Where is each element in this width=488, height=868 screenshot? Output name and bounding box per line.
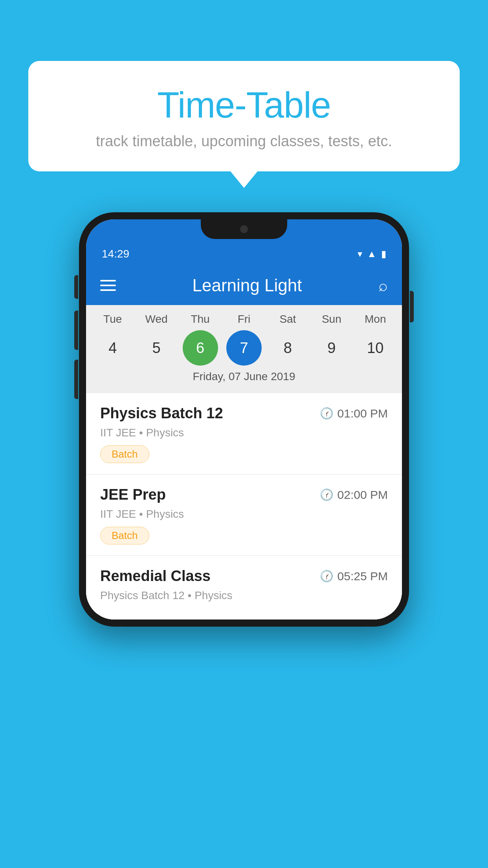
mute-button	[74, 275, 78, 299]
day-header-sun: Sun	[314, 313, 349, 326]
schedule-time-1: 🕜 01:00 PM	[320, 407, 388, 420]
selected-date-label: Friday, 07 June 2019	[86, 366, 402, 389]
day-header-wed: Wed	[139, 313, 174, 326]
calendar-strip: Tue Wed Thu Fri Sat Sun Mon 4 5 6 7 8 9 …	[86, 305, 402, 393]
day-header-fri: Fri	[226, 313, 262, 326]
schedule-time-value-2: 02:00 PM	[338, 488, 388, 502]
volume-up-button	[74, 311, 78, 350]
phone-notch	[201, 219, 287, 239]
app-bar: Learning Light ⌕	[86, 266, 402, 305]
schedule-subtitle-1: IIT JEE • Physics	[100, 427, 388, 439]
schedule-item-2[interactable]: JEE Prep 🕜 02:00 PM IIT JEE • Physics Ba…	[86, 474, 402, 556]
bubble-title: Time-Table	[52, 85, 436, 126]
wifi-icon: ▾	[358, 248, 362, 259]
schedule-time-3: 🕜 05:25 PM	[320, 570, 388, 583]
batch-tag-1: Batch	[100, 445, 149, 463]
schedule-item-3[interactable]: Remedial Class 🕜 05:25 PM Physics Batch …	[86, 556, 402, 620]
schedule-title-1: Physics Batch 12	[100, 405, 223, 422]
schedule-time-value-1: 01:00 PM	[338, 407, 388, 420]
schedule-item-2-header: JEE Prep 🕜 02:00 PM	[100, 486, 388, 503]
schedule-list: Physics Batch 12 🕜 01:00 PM IIT JEE • Ph…	[86, 393, 402, 620]
schedule-subtitle-3: Physics Batch 12 • Physics	[100, 589, 388, 602]
day-header-sat: Sat	[270, 313, 305, 326]
day-8[interactable]: 8	[270, 330, 305, 366]
status-time: 14:29	[102, 248, 129, 260]
clock-icon-3: 🕜	[320, 570, 334, 583]
power-button	[410, 291, 414, 322]
phone-screen: 14:29 ▾ ▲ ▮ Learning Light ⌕	[86, 219, 402, 620]
clock-icon-1: 🕜	[320, 407, 334, 420]
camera	[240, 225, 248, 233]
batch-tag-2: Batch	[100, 527, 149, 544]
day-10[interactable]: 10	[358, 330, 393, 366]
schedule-item-3-header: Remedial Class 🕜 05:25 PM	[100, 568, 388, 585]
phone-outer: 14:29 ▾ ▲ ▮ Learning Light ⌕	[79, 212, 409, 627]
schedule-time-value-3: 05:25 PM	[338, 570, 388, 583]
speech-bubble-section: Time-Table track timetable, upcoming cla…	[28, 61, 460, 171]
search-button[interactable]: ⌕	[378, 277, 388, 294]
status-bar: 14:29 ▾ ▲ ▮	[86, 239, 402, 266]
schedule-item-1-header: Physics Batch 12 🕜 01:00 PM	[100, 405, 388, 422]
signal-icon: ▲	[367, 248, 376, 259]
day-headers: Tue Wed Thu Fri Sat Sun Mon	[86, 313, 402, 326]
clock-icon-2: 🕜	[320, 488, 334, 501]
volume-down-button	[74, 360, 78, 399]
app-title: Learning Light	[116, 276, 378, 295]
day-header-thu: Thu	[183, 313, 218, 326]
status-icons: ▾ ▲ ▮	[358, 248, 386, 259]
battery-icon: ▮	[381, 248, 386, 259]
schedule-subtitle-2: IIT JEE • Physics	[100, 508, 388, 520]
schedule-title-3: Remedial Class	[100, 568, 211, 585]
day-header-tue: Tue	[95, 313, 130, 326]
day-numbers: 4 5 6 7 8 9 10	[86, 330, 402, 366]
day-header-mon: Mon	[358, 313, 393, 326]
phone-mockup: 14:29 ▾ ▲ ▮ Learning Light ⌕	[79, 212, 409, 627]
schedule-time-2: 🕜 02:00 PM	[320, 488, 388, 502]
day-4[interactable]: 4	[95, 330, 130, 366]
schedule-item-1[interactable]: Physics Batch 12 🕜 01:00 PM IIT JEE • Ph…	[86, 393, 402, 474]
bubble-subtitle: track timetable, upcoming classes, tests…	[52, 133, 436, 150]
day-7-selected[interactable]: 7	[226, 330, 262, 366]
day-5[interactable]: 5	[139, 330, 174, 366]
speech-bubble: Time-Table track timetable, upcoming cla…	[28, 61, 460, 171]
day-9[interactable]: 9	[314, 330, 349, 366]
schedule-title-2: JEE Prep	[100, 486, 166, 503]
hamburger-menu[interactable]	[100, 280, 116, 291]
day-6-today[interactable]: 6	[183, 330, 218, 366]
